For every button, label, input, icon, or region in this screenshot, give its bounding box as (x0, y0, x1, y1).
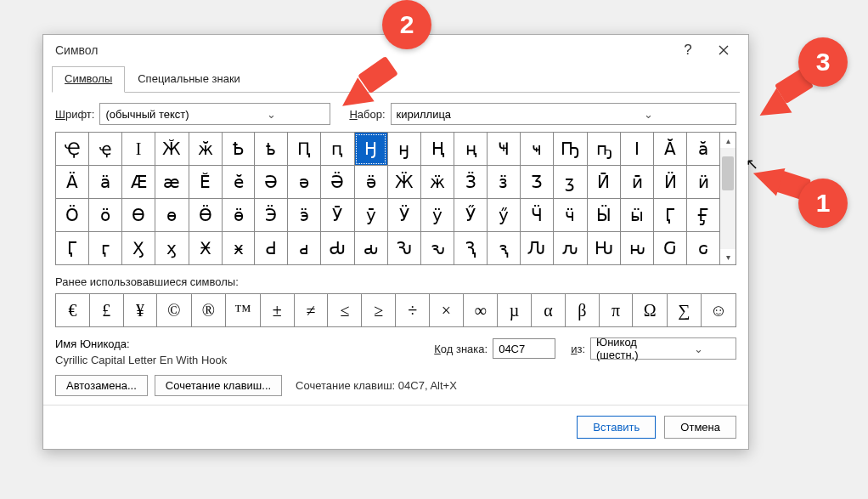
recent-symbol-cell[interactable]: Ω (633, 294, 667, 327)
recent-symbol-cell[interactable]: ™ (225, 294, 260, 327)
symbol-cell[interactable]: ң (454, 133, 488, 166)
symbol-cell[interactable]: Ң (421, 133, 454, 166)
symbol-cell[interactable]: ӂ (189, 133, 222, 166)
recent-symbol-cell[interactable]: ≠ (294, 294, 328, 327)
symbol-cell[interactable]: Ӫ (189, 199, 222, 232)
scroll-down-icon[interactable]: ▾ (720, 249, 736, 264)
symbol-cell[interactable]: Ҧ (554, 133, 587, 166)
symbol-cell[interactable]: ӣ (620, 166, 653, 199)
subset-combo[interactable]: кириллица ⌄ (391, 103, 736, 125)
recent-symbol-cell[interactable]: ± (260, 294, 294, 327)
symbol-cell[interactable]: ӑ (687, 133, 720, 166)
symbol-grid[interactable]: ҾҿІӁӂҌҍԤԥӇӈҢңҸҹҦҧӀӐӑӒӓӔӕӖӗӘәӚӛӜӝӞӟӠӡӢӣӤӥ… (55, 132, 720, 265)
recent-grid[interactable]: €£¥©®™±≠≤≥÷×∞µαβπΩ∑☺ (55, 293, 736, 327)
tab-symbols[interactable]: Символы (52, 66, 125, 93)
cancel-button[interactable]: Отмена (664, 416, 736, 439)
symbol-cell[interactable]: Ӷ (654, 199, 687, 232)
symbol-cell[interactable]: Ӯ (321, 199, 354, 232)
recent-symbol-cell[interactable]: ∞ (463, 294, 497, 327)
symbol-cell[interactable]: Ӷ (56, 232, 89, 265)
symbol-cell[interactable]: Ӗ (189, 166, 222, 199)
symbol-cell[interactable]: ӛ (354, 166, 387, 199)
symbol-cell[interactable]: ԁ (288, 232, 321, 265)
symbol-cell[interactable]: І (122, 133, 155, 166)
symbol-cell[interactable]: ӱ (421, 199, 454, 232)
symbol-cell[interactable]: ӗ (222, 166, 255, 199)
symbol-cell[interactable]: Ӱ (387, 199, 420, 232)
symbol-cell[interactable]: ӳ (487, 199, 520, 232)
from-combo[interactable]: Юникод (шестн.) ⌄ (590, 337, 736, 360)
symbol-cell[interactable]: Ԅ (387, 232, 420, 265)
symbol-cell[interactable]: ӕ (155, 166, 189, 199)
recent-symbol-cell[interactable]: ¥ (123, 294, 157, 327)
help-button[interactable]: ? (670, 37, 706, 63)
recent-symbol-cell[interactable]: µ (498, 294, 532, 327)
symbol-cell[interactable]: Ҍ (222, 133, 255, 166)
recent-symbol-cell[interactable]: × (430, 294, 464, 327)
symbol-cell[interactable]: Ӓ (56, 166, 89, 199)
symbol-cell[interactable]: ә (288, 166, 321, 199)
tab-special[interactable]: Специальные знаки (125, 66, 253, 93)
symbol-cell[interactable]: ԉ (554, 232, 587, 265)
symbol-cell[interactable]: Ӧ (56, 199, 89, 232)
symbol-cell[interactable]: Ԥ (288, 133, 321, 166)
symbol-cell[interactable]: Ԃ (321, 232, 354, 265)
recent-symbol-cell[interactable]: β (565, 294, 599, 327)
code-input[interactable]: 04C7 (493, 338, 555, 359)
scroll-up-icon[interactable]: ▴ (720, 133, 736, 148)
symbol-cell[interactable]: ӝ (421, 166, 454, 199)
recent-symbol-cell[interactable]: £ (89, 294, 123, 327)
symbol-cell[interactable]: Ҿ (56, 133, 89, 166)
symbol-cell[interactable]: ԃ (354, 232, 387, 265)
symbol-cell[interactable]: Ӵ (520, 199, 553, 232)
recent-symbol-cell[interactable]: ≥ (362, 294, 396, 327)
scroll-track[interactable] (720, 148, 736, 249)
symbol-cell[interactable]: Ԉ (520, 232, 553, 265)
symbol-cell[interactable]: ӧ (89, 199, 122, 232)
recent-symbol-cell[interactable]: α (532, 294, 566, 327)
symbol-cell[interactable]: Ӈ (354, 133, 387, 166)
symbol-cell[interactable]: Ӳ (454, 199, 488, 232)
symbol-cell[interactable]: ӟ (487, 166, 520, 199)
symbol-cell[interactable]: Ӕ (122, 166, 155, 199)
symbol-cell[interactable]: Ӹ (587, 199, 620, 232)
scroll-thumb[interactable] (722, 156, 734, 190)
symbol-cell[interactable]: ӫ (222, 199, 255, 232)
symbol-cell[interactable]: Ә (255, 166, 288, 199)
autocorrect-button[interactable]: Автозамена... (55, 375, 148, 396)
symbol-cell[interactable]: Ӂ (155, 133, 189, 166)
recent-symbol-cell[interactable]: ® (191, 294, 225, 327)
recent-symbol-cell[interactable]: π (599, 294, 633, 327)
symbol-cell[interactable]: Ӛ (321, 166, 354, 199)
recent-symbol-cell[interactable]: ∑ (667, 294, 701, 327)
shortcut-button[interactable]: Сочетание клавиш... (155, 375, 282, 396)
symbol-cell[interactable]: Ӝ (387, 166, 420, 199)
symbol-cell[interactable]: Ӣ (587, 166, 620, 199)
symbol-cell[interactable]: ԇ (487, 232, 520, 265)
symbol-cell[interactable]: Ӟ (454, 166, 488, 199)
symbol-cell[interactable]: ӥ (687, 166, 720, 199)
symbol-cell[interactable]: ӭ (288, 199, 321, 232)
symbol-cell[interactable]: ӽ (155, 232, 189, 265)
font-combo[interactable]: (обычный текст) ⌄ (99, 103, 330, 125)
symbol-cell[interactable]: ҧ (587, 133, 620, 166)
symbol-cell[interactable]: ԅ (421, 232, 454, 265)
grid-scrollbar[interactable]: ▴ ▾ (720, 132, 736, 265)
symbol-cell[interactable]: Ӿ (189, 232, 222, 265)
symbol-cell[interactable]: ӓ (89, 166, 122, 199)
symbol-cell[interactable]: ӵ (554, 199, 587, 232)
symbol-cell[interactable]: Ӻ (687, 199, 720, 232)
symbol-cell[interactable]: Ӭ (255, 199, 288, 232)
symbol-cell[interactable]: ԋ (620, 232, 653, 265)
symbol-cell[interactable]: ӡ (554, 166, 587, 199)
symbol-cell[interactable]: Ө (122, 199, 155, 232)
symbol-cell[interactable]: ӈ (387, 133, 420, 166)
recent-symbol-cell[interactable]: ☺ (701, 294, 736, 327)
insert-button[interactable]: Вставить (577, 416, 656, 439)
symbol-cell[interactable]: Ԁ (255, 232, 288, 265)
symbol-cell[interactable]: Ӏ (620, 133, 653, 166)
symbol-cell[interactable]: ҿ (89, 133, 122, 166)
recent-symbol-cell[interactable]: ÷ (396, 294, 430, 327)
symbol-cell[interactable]: ӿ (222, 232, 255, 265)
recent-symbol-cell[interactable]: © (157, 294, 191, 327)
